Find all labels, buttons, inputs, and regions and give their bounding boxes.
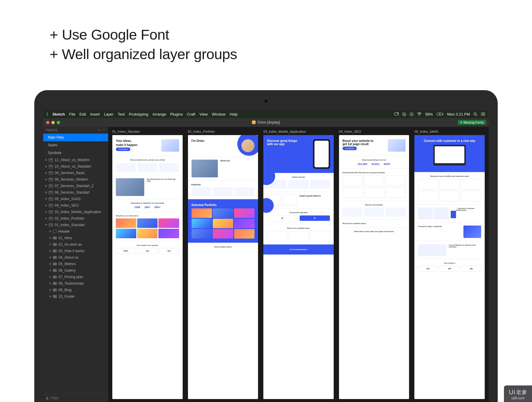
- disclosure-icon[interactable]: [50, 263, 51, 265]
- artboard-title[interactable]: 02_Index_Portfolio: [188, 130, 258, 133]
- disclosure-icon[interactable]: [50, 276, 51, 278]
- filter-icon: ◐: [46, 396, 49, 400]
- menu-craft[interactable]: Craft: [187, 112, 195, 116]
- menubar-list-icon[interactable]: [481, 112, 485, 116]
- disclosure-icon[interactable]: [46, 172, 47, 174]
- status-wifi-icon[interactable]: [417, 112, 422, 116]
- layer-row[interactable]: 07_Pricing plan: [43, 274, 108, 280]
- layer-label: 07_Pricing plan: [59, 275, 83, 279]
- artboard-title[interactable]: 01_Index_Standart: [112, 130, 183, 133]
- layer-row[interactable]: 06_Gallery: [43, 267, 108, 274]
- menu-text[interactable]: Text: [118, 112, 125, 116]
- spotlight-icon[interactable]: [473, 112, 477, 116]
- missing-fonts-badge[interactable]: Missing Fonts: [458, 120, 486, 125]
- layer-row[interactable]: 03_How it works: [43, 248, 108, 254]
- status-screen-icon[interactable]: [394, 112, 399, 116]
- artboard-title[interactable]: 04_Index_SEO: [339, 130, 409, 133]
- minimize-icon[interactable]: [51, 121, 55, 124]
- svg-line-9: [476, 115, 477, 116]
- close-icon[interactable]: [46, 121, 49, 124]
- artboard-row[interactable]: 07_Services_Standart_2: [43, 183, 108, 189]
- status-battery-icon[interactable]: [437, 112, 444, 116]
- page-item-symbols[interactable]: Symbols: [43, 149, 108, 157]
- menu-edit[interactable]: Edit: [80, 112, 86, 116]
- artboard-05-saas[interactable]: Connect with customer in a new way Moder…: [414, 135, 485, 399]
- artboard-title[interactable]: 05_Index_SAAS: [414, 130, 485, 133]
- menu-help[interactable]: Help: [230, 112, 238, 116]
- apple-menu-icon[interactable]: : [47, 112, 48, 116]
- artboard-row[interactable]: 03_Index_Mobile_Application: [43, 209, 108, 215]
- disclosure-icon[interactable]: [50, 269, 51, 272]
- menubar-app-name[interactable]: Sketch: [52, 112, 65, 116]
- filter-row[interactable]: ◐ Filter: [43, 394, 108, 402]
- svg-point-5: [419, 115, 420, 116]
- page-item-styles[interactable]: Styles: [43, 141, 108, 149]
- section-title: Find out what works, and do more of that: [130, 159, 165, 161]
- layer-row[interactable]: 05_Metrics: [43, 261, 108, 267]
- artboard-row[interactable]: 06_Services_Standart: [43, 189, 108, 196]
- disclosure-icon[interactable]: [45, 224, 48, 226]
- artboard-01-standart[interactable]: Your ideas,make it happenGet Started Fin…: [112, 135, 183, 399]
- menu-arrange[interactable]: Arrange: [153, 112, 166, 116]
- disclosure-icon[interactable]: [50, 230, 51, 233]
- disclosure-icon[interactable]: [46, 159, 47, 161]
- pages-chevron-icon[interactable]: ⌃: [103, 129, 105, 132]
- menu-insert[interactable]: Insert: [90, 112, 100, 116]
- artboard-row-expanded[interactable]: 01_Index_Standart: [43, 222, 108, 228]
- artboard-row[interactable]: 09_Services_Basic: [43, 170, 108, 176]
- disclosure-icon[interactable]: [50, 289, 51, 291]
- layer-row[interactable]: 09_Blog: [43, 287, 108, 293]
- artboard-row[interactable]: 05_Index_SAAS: [43, 196, 108, 202]
- svg-point-14: [481, 114, 481, 114]
- disclosure-icon[interactable]: [46, 211, 47, 213]
- menu-file[interactable]: File: [69, 112, 75, 116]
- artboard-row[interactable]: 10_About_us_Standart: [43, 163, 108, 170]
- disclosure-icon[interactable]: [50, 243, 51, 246]
- layer-row[interactable]: 08_Testimonials: [43, 280, 108, 287]
- artboard-row[interactable]: 11_About_us_Modern: [43, 157, 108, 163]
- artboard-icon: [49, 184, 53, 188]
- disclosure-icon[interactable]: [50, 237, 51, 239]
- disclosure-icon[interactable]: [46, 217, 47, 220]
- hero-title: Discover great things with our app: [267, 139, 299, 146]
- layer-row-header[interactable]: Header: [43, 228, 108, 235]
- disclosure-icon[interactable]: [50, 250, 51, 252]
- add-page-icon[interactable]: +: [98, 129, 100, 132]
- status-timemachine-icon[interactable]: [410, 112, 413, 116]
- disclosure-icon[interactable]: [50, 256, 51, 259]
- disclosure-icon[interactable]: [46, 204, 47, 207]
- disclosure-icon[interactable]: [46, 178, 47, 181]
- menu-plugins[interactable]: Plugins: [170, 112, 183, 116]
- artboard-row[interactable]: 08_Services_Modern: [43, 176, 108, 183]
- menu-window[interactable]: Window: [212, 112, 226, 116]
- layer-label: 11_About_us_Modern: [55, 158, 90, 162]
- layer-row[interactable]: 04_About us: [43, 254, 108, 261]
- disclosure-icon[interactable]: [46, 191, 47, 194]
- disclosure-icon[interactable]: [46, 198, 47, 200]
- layer-row[interactable]: 02_As seen as: [43, 241, 108, 248]
- page-item-main-files[interactable]: Main Files: [43, 134, 108, 141]
- menu-view[interactable]: View: [200, 112, 208, 116]
- layer-row[interactable]: 10_Footer: [43, 293, 108, 300]
- folder-icon: [53, 295, 57, 298]
- menu-prototyping[interactable]: Prototyping: [129, 112, 148, 116]
- status-clock[interactable]: Mon 3.21 PM: [447, 112, 470, 116]
- artboard-03-mobile[interactable]: Discover great things with our app Simpl…: [263, 135, 334, 399]
- artboard-02-portfolio[interactable]: I'm Orion About me Expertise Selected Po…: [188, 135, 258, 399]
- layer-row[interactable]: 01_Hero: [43, 235, 108, 241]
- traffic-lights[interactable]: [46, 121, 60, 124]
- menu-layer[interactable]: Layer: [104, 112, 114, 116]
- disclosure-icon[interactable]: [50, 282, 51, 285]
- artboard-title[interactable]: 03_Index_Mobile_Application: [263, 130, 334, 133]
- disclosure-icon[interactable]: [50, 295, 51, 298]
- artboard-icon: [49, 158, 53, 162]
- disclosure-icon[interactable]: [46, 185, 47, 187]
- status-dnd-icon[interactable]: [402, 112, 406, 116]
- status-battery-percent[interactable]: 56%: [425, 112, 433, 116]
- artboard-04-seo[interactable]: Boost your website to get 1st page resul…: [339, 135, 409, 399]
- disclosure-icon[interactable]: [46, 165, 47, 168]
- canvas[interactable]: 01_Index_Standart Your ideas,make it hap…: [108, 127, 489, 402]
- zoom-icon[interactable]: [57, 121, 60, 124]
- artboard-row[interactable]: 04_Index_SEO: [43, 202, 108, 209]
- artboard-row[interactable]: 02_Index_Portfolio: [43, 215, 108, 222]
